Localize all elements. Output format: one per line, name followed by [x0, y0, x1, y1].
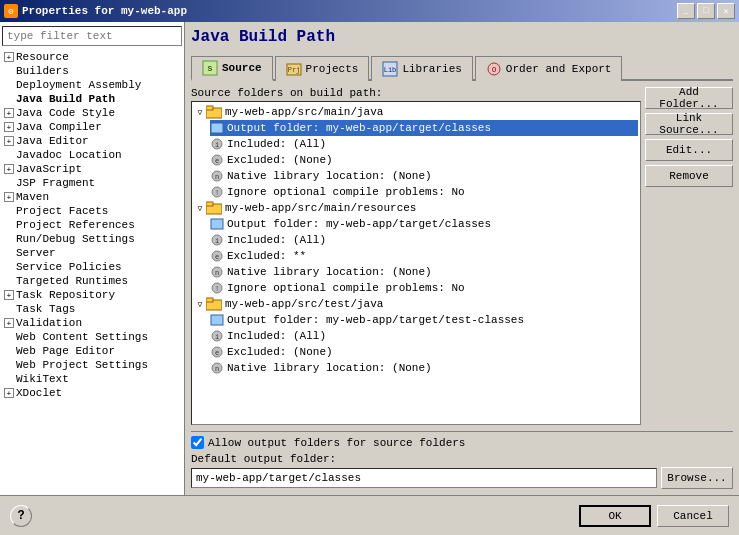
sidebar-item-resource[interactable]: + Resource [2, 50, 182, 64]
sidebar-item-project-facets[interactable]: Project Facets [14, 204, 182, 218]
svg-text:i: i [215, 237, 219, 245]
svg-text:S: S [208, 64, 213, 73]
remove-button[interactable]: Remove [645, 165, 733, 187]
filter-icon: e [210, 249, 224, 263]
sidebar-item-maven[interactable]: + Maven [2, 190, 182, 204]
expand-icon: + [4, 52, 14, 62]
sidebar-item-service-policies[interactable]: Service Policies [14, 260, 182, 274]
svg-text:n: n [215, 365, 219, 373]
tree-node-label: Output folder: my-web-app/target/classes [227, 218, 491, 230]
sidebar-item-run-debug[interactable]: Run/Debug Settings [14, 232, 182, 246]
window-title: Properties for my-web-app [22, 5, 187, 17]
expand-icon: + [4, 122, 14, 132]
filter-icon: i [210, 233, 224, 247]
filter-input[interactable] [2, 26, 182, 46]
sidebar-item-targeted-runtimes[interactable]: Targeted Runtimes [14, 274, 182, 288]
sidebar-item-task-repository[interactable]: + Task Repository [2, 288, 182, 302]
tree-node-native-resources[interactable]: n Native library location: (None) [210, 264, 638, 280]
svg-rect-9 [206, 106, 213, 110]
sidebar-item-label: Validation [16, 317, 82, 329]
close-button[interactable]: ✕ [717, 3, 735, 19]
sidebar-item-java-editor[interactable]: + Java Editor [2, 134, 182, 148]
build-path-tree[interactable]: ▽ my-web-app/src/main/java Output folder… [191, 101, 641, 425]
tree-node-src-main-resources[interactable]: ▽ my-web-app/src/main/resources [194, 200, 638, 216]
sidebar-item-deployment-assembly[interactable]: Deployment Assembly [14, 78, 182, 92]
default-folder-input[interactable] [191, 468, 657, 488]
sidebar-item-java-compiler[interactable]: + Java Compiler [2, 120, 182, 134]
sidebar-item-javascript[interactable]: + JavaScript [2, 162, 182, 176]
tree-node-included-main[interactable]: i Included: (All) [210, 136, 638, 152]
tree-node-excluded-test[interactable]: e Excluded: (None) [210, 344, 638, 360]
sidebar-item-label: XDoclet [16, 387, 62, 399]
expand-icon: + [4, 192, 14, 202]
help-button[interactable]: ? [10, 505, 32, 527]
tree-node-label: Excluded: (None) [227, 154, 333, 166]
tree-node-label: Excluded: (None) [227, 346, 333, 358]
sidebar-item-java-build-path[interactable]: Java Build Path [14, 92, 182, 106]
tab-order-export-label: Order and Export [506, 63, 612, 75]
sidebar-item-label: Java Editor [16, 135, 89, 147]
output-folder-icon [210, 121, 224, 135]
svg-rect-10 [211, 123, 223, 133]
sidebar-item-wikitext[interactable]: WikiText [14, 372, 182, 386]
tree-node-label: my-web-app/src/main/java [225, 106, 383, 118]
tree-node-src-main-java[interactable]: ▽ my-web-app/src/main/java [194, 104, 638, 120]
folder-icon [206, 201, 222, 215]
ok-button[interactable]: OK [579, 505, 651, 527]
tree-node-output-test[interactable]: Output folder: my-web-app/target/test-cl… [210, 312, 638, 328]
maximize-button[interactable]: □ [697, 3, 715, 19]
tree-node-src-test-java[interactable]: ▽ my-web-app/src/test/java [194, 296, 638, 312]
sidebar-item-javadoc-location[interactable]: Javadoc Location [14, 148, 182, 162]
expand-arrow-icon: ▽ [194, 106, 206, 118]
sidebar-item-label: Javadoc Location [16, 149, 122, 161]
browse-button[interactable]: Browse... [661, 467, 733, 489]
tab-libraries-label: Libraries [402, 63, 461, 75]
tree-node-native-test[interactable]: n Native library location: (None) [210, 360, 638, 376]
cancel-button[interactable]: Cancel [657, 505, 729, 527]
tab-libraries[interactable]: Lib Libraries [371, 56, 472, 81]
tree-node-excluded-main[interactable]: e Excluded: (None) [210, 152, 638, 168]
minimize-button[interactable]: _ [677, 3, 695, 19]
sidebar-item-builders[interactable]: Builders [14, 64, 182, 78]
tree-node-native-main[interactable]: n Native library location: (None) [210, 168, 638, 184]
svg-text:Prj: Prj [287, 66, 300, 74]
sidebar-item-label: Project Facets [16, 205, 108, 217]
sidebar-item-web-content-settings[interactable]: Web Content Settings [14, 330, 182, 344]
sidebar-item-web-project-settings[interactable]: Web Project Settings [14, 358, 182, 372]
tree-node-label: Ignore optional compile problems: No [227, 186, 465, 198]
sidebar-item-xdoclet[interactable]: + XDoclet [2, 386, 182, 400]
tree-node-included-resources[interactable]: i Included: (All) [210, 232, 638, 248]
sidebar-item-validation[interactable]: + Validation [2, 316, 182, 330]
tree-node-output-main[interactable]: Output folder: my-web-app/target/classes [210, 120, 638, 136]
tab-projects[interactable]: Prj Projects [275, 56, 370, 81]
sidebar-item-task-tags[interactable]: Task Tags [14, 302, 182, 316]
sidebar-item-server[interactable]: Server [14, 246, 182, 260]
tab-projects-label: Projects [306, 63, 359, 75]
tree-node-excluded-resources[interactable]: e Excluded: ** [210, 248, 638, 264]
tab-source[interactable]: S Source [191, 56, 273, 81]
tree-node-ignore-main[interactable]: ! Ignore optional compile problems: No [210, 184, 638, 200]
sidebar-item-web-page-editor[interactable]: Web Page Editor [14, 344, 182, 358]
link-source-button[interactable]: Link Source... [645, 113, 733, 135]
tree-node-ignore-resources[interactable]: ! Ignore optional compile problems: No [210, 280, 638, 296]
tree-node-output-resources[interactable]: Output folder: my-web-app/target/classes [210, 216, 638, 232]
folder-icon [206, 297, 222, 311]
expand-icon: + [4, 108, 14, 118]
add-folder-button[interactable]: Add Folder... [645, 87, 733, 109]
allow-output-checkbox[interactable] [191, 436, 204, 449]
tree-node-label: my-web-app/src/main/resources [225, 202, 416, 214]
output-folder-icon [210, 217, 224, 231]
main-content: + Resource Builders Deployment Assembly … [0, 22, 739, 495]
warning-icon: ! [210, 281, 224, 295]
sidebar-item-jsp-fragment[interactable]: JSP Fragment [14, 176, 182, 190]
tree-node-label: Excluded: ** [227, 250, 306, 262]
tree-node-label: Included: (All) [227, 234, 326, 246]
build-path-tree-panel: Source folders on build path: ▽ my-web-a… [191, 87, 641, 425]
tab-order-export[interactable]: O Order and Export [475, 56, 623, 81]
default-folder-row: Browse... [191, 467, 733, 489]
sidebar-item-label: JSP Fragment [16, 177, 95, 189]
sidebar-item-project-references[interactable]: Project References [14, 218, 182, 232]
edit-button[interactable]: Edit... [645, 139, 733, 161]
tree-node-included-test[interactable]: i Included: (All) [210, 328, 638, 344]
sidebar-item-java-code-style[interactable]: + Java Code Style [2, 106, 182, 120]
